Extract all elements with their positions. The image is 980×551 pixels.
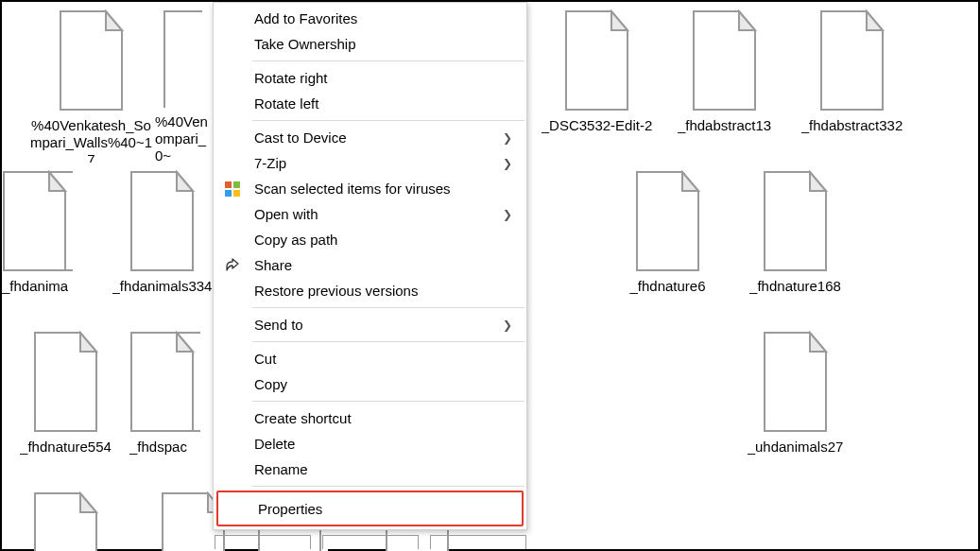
file-icon bbox=[0, 170, 75, 272]
menu-separator bbox=[252, 120, 524, 121]
file-label: _DSC3532-Edit-2 bbox=[542, 117, 653, 134]
file-icon bbox=[122, 170, 202, 272]
menu-separator bbox=[252, 341, 524, 342]
menu-label: Create shortcut bbox=[254, 410, 352, 426]
defender-icon bbox=[224, 181, 241, 198]
menu-create-shortcut[interactable]: Create shortcut bbox=[215, 405, 525, 431]
menu-label: Properties bbox=[258, 501, 322, 517]
menu-copy-as-path[interactable]: Copy as path bbox=[215, 227, 525, 252]
menu-7-zip[interactable]: 7-Zip ❯ bbox=[215, 150, 525, 176]
file-item[interactable]: _fhdabstract13 bbox=[661, 2, 788, 163]
file-item[interactable] bbox=[0, 2, 27, 163]
svg-rect-1 bbox=[233, 181, 240, 188]
submenu-arrow-icon: ❯ bbox=[503, 131, 512, 145]
menu-label: Rotate right bbox=[254, 70, 328, 86]
menu-cut[interactable]: Cut bbox=[215, 346, 525, 371]
menu-label: Cut bbox=[254, 351, 276, 367]
file-label: _uhdanimals27 bbox=[748, 439, 844, 456]
submenu-arrow-icon: ❯ bbox=[503, 208, 512, 221]
menu-take-ownership[interactable]: Take Ownership bbox=[215, 31, 525, 57]
file-icon bbox=[557, 9, 637, 112]
menu-label: 7-Zip bbox=[254, 155, 286, 171]
menu-label: Send to bbox=[254, 317, 303, 333]
highlighted-menu-item: Properties bbox=[216, 491, 524, 526]
file-icon bbox=[155, 9, 202, 108]
file-label: %40Venkatesh_Sompari_Walls%40~17 bbox=[29, 117, 154, 163]
file-icon bbox=[0, 9, 4, 112]
menu-label: Scan selected items for viruses bbox=[254, 181, 451, 197]
menu-restore-previous-versions[interactable]: Restore previous versions bbox=[215, 278, 525, 303]
file-label: %40Ven ompari_ 0~ bbox=[155, 113, 216, 163]
menu-rotate-left[interactable]: Rotate left bbox=[215, 91, 525, 116]
menu-label: Rename bbox=[254, 461, 308, 477]
menu-send-to[interactable]: Send to ❯ bbox=[215, 312, 525, 337]
file-explorer-view: %40Venkatesh_Sompari_Walls%40~17 %40Ven … bbox=[0, 0, 980, 551]
menu-label: Take Ownership bbox=[254, 36, 356, 52]
file-label: _fhdnature168 bbox=[749, 278, 841, 295]
menu-rename[interactable]: Rename bbox=[215, 456, 525, 482]
file-icon bbox=[684, 9, 765, 112]
file-icon bbox=[122, 331, 202, 433]
menu-label: Share bbox=[254, 257, 292, 273]
file-icon bbox=[628, 170, 708, 272]
file-item[interactable]: _uhdanimals339 bbox=[2, 484, 129, 551]
menu-label: Copy bbox=[254, 376, 287, 392]
menu-copy[interactable]: Copy bbox=[215, 371, 525, 397]
menu-label: Cast to Device bbox=[254, 129, 347, 146]
file-item[interactable]: %40Ven ompari_ 0~ bbox=[155, 2, 216, 163]
file-item[interactable]: _fhdabstract332 bbox=[788, 2, 916, 163]
file-label: _fhdanimals334 bbox=[112, 278, 213, 295]
submenu-arrow-icon: ❯ bbox=[503, 319, 512, 332]
menu-separator bbox=[252, 60, 524, 61]
file-item[interactable]: _fhdnature168 bbox=[731, 163, 859, 323]
file-item[interactable] bbox=[98, 323, 226, 484]
file-item[interactable]: _DSC3532-Edit-2 bbox=[533, 2, 661, 163]
submenu-arrow-icon: ❯ bbox=[503, 157, 512, 170]
file-item[interactable]: _uhdanimals27 bbox=[731, 323, 859, 484]
menu-separator bbox=[252, 401, 524, 402]
menu-separator bbox=[252, 486, 524, 487]
file-label: _fhdabstract332 bbox=[801, 117, 903, 134]
menu-open-with[interactable]: Open with ❯ bbox=[215, 201, 525, 227]
file-label: _fhdabstract13 bbox=[678, 117, 771, 134]
menu-add-to-favorites[interactable]: Add to Favorites bbox=[215, 6, 525, 31]
file-item[interactable]: _fhdnature6 bbox=[604, 163, 731, 323]
file-item[interactable]: _fhdanimals334 bbox=[98, 163, 226, 323]
menu-delete[interactable]: Delete bbox=[215, 431, 525, 456]
svg-rect-0 bbox=[225, 181, 232, 188]
file-item[interactable]: %40Venkatesh_Sompari_Walls%40~17 bbox=[27, 2, 155, 163]
file-icon bbox=[812, 9, 892, 112]
file-label: _fhdnature6 bbox=[629, 278, 705, 295]
file-icon bbox=[755, 170, 835, 272]
menu-label: Copy as path bbox=[254, 232, 337, 248]
menu-label: Delete bbox=[254, 436, 295, 452]
covered-gap bbox=[542, 484, 859, 551]
file-icon bbox=[26, 331, 106, 433]
svg-rect-2 bbox=[225, 190, 232, 197]
menu-scan-viruses[interactable]: Scan selected items for viruses bbox=[215, 176, 525, 201]
file-icon bbox=[51, 9, 131, 112]
file-icon bbox=[26, 491, 106, 551]
file-item[interactable] bbox=[0, 163, 98, 323]
menu-rotate-right[interactable]: Rotate right bbox=[215, 65, 525, 91]
menu-cast-to-device[interactable]: Cast to Device ❯ bbox=[215, 125, 525, 150]
menu-share[interactable]: Share bbox=[215, 252, 525, 278]
context-menu: Add to Favorites Take Ownership Rotate r… bbox=[213, 2, 527, 530]
menu-label: Restore previous versions bbox=[254, 283, 418, 299]
menu-label: Add to Favorites bbox=[254, 10, 357, 26]
menu-label: Rotate left bbox=[254, 95, 318, 112]
menu-separator bbox=[252, 307, 524, 308]
svg-rect-3 bbox=[233, 190, 240, 197]
partial-cells bbox=[215, 535, 526, 549]
file-icon bbox=[755, 331, 835, 433]
menu-label: Open with bbox=[254, 206, 318, 222]
share-icon bbox=[224, 257, 241, 274]
menu-properties[interactable]: Properties bbox=[218, 492, 522, 525]
